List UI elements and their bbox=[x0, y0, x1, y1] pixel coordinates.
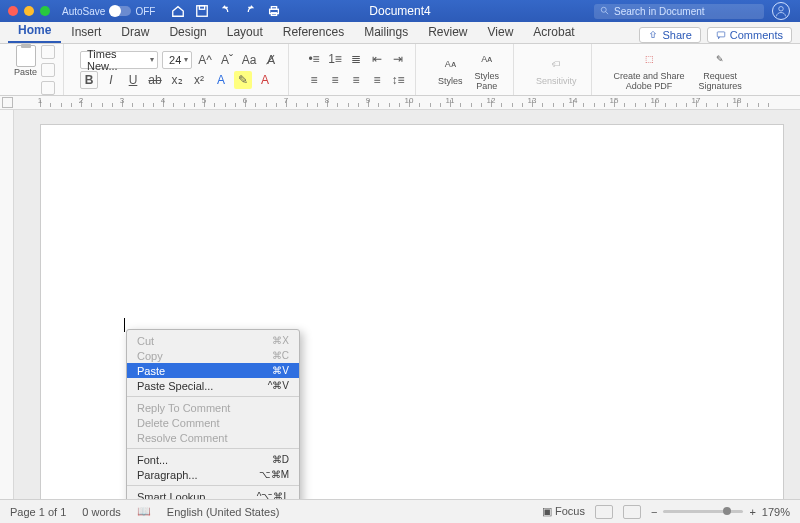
shortcut-label: ⌘V bbox=[272, 365, 289, 376]
paste-button[interactable]: Paste bbox=[14, 45, 37, 77]
toggle-icon[interactable] bbox=[109, 6, 131, 16]
ruler-label: 12 bbox=[487, 96, 496, 105]
autosave-toggle[interactable]: AutoSave OFF bbox=[62, 6, 155, 17]
line-spacing-icon[interactable]: ↕≡ bbox=[389, 71, 407, 89]
ruler-label: 15 bbox=[610, 96, 619, 105]
vertical-ruler[interactable] bbox=[0, 110, 14, 499]
font-family-select[interactable]: Times New... bbox=[80, 51, 158, 69]
ruler-label: 5 bbox=[202, 96, 206, 105]
italic-button[interactable]: I bbox=[102, 71, 120, 89]
styles-button[interactable]: AᴀStyles bbox=[432, 54, 469, 86]
tab-view[interactable]: View bbox=[478, 21, 524, 43]
align-center-icon[interactable]: ≡ bbox=[326, 71, 344, 89]
tab-insert[interactable]: Insert bbox=[61, 21, 111, 43]
superscript-button[interactable]: x² bbox=[190, 71, 208, 89]
context-menu-smart-lookup[interactable]: Smart Lookup...^⌥⌘L bbox=[127, 489, 299, 499]
status-spellcheck-icon[interactable]: 📖 bbox=[137, 505, 151, 518]
svg-rect-0 bbox=[197, 6, 208, 17]
undo-icon[interactable] bbox=[219, 4, 233, 18]
styles-pane-label: Styles Pane bbox=[475, 71, 500, 91]
increase-indent-icon[interactable]: ⇥ bbox=[389, 50, 407, 68]
font-color-red-button[interactable]: A bbox=[256, 71, 274, 89]
underline-button[interactable]: U bbox=[124, 71, 142, 89]
context-menu-reply-to-comment: Reply To Comment bbox=[127, 400, 299, 415]
zoom-in-icon[interactable]: + bbox=[749, 506, 755, 518]
font-color-button[interactable]: A bbox=[212, 71, 230, 89]
tab-draw[interactable]: Draw bbox=[111, 21, 159, 43]
tab-mailings[interactable]: Mailings bbox=[354, 21, 418, 43]
zoom-level[interactable]: 179% bbox=[762, 506, 790, 518]
context-menu-font[interactable]: Font...⌘D bbox=[127, 452, 299, 467]
search-input[interactable]: Search in Document bbox=[594, 4, 764, 19]
horizontal-ruler[interactable]: 123456789101112131415161718 bbox=[0, 96, 800, 110]
home-icon[interactable] bbox=[171, 4, 185, 18]
copy-button[interactable] bbox=[41, 63, 55, 77]
subscript-button[interactable]: x₂ bbox=[168, 71, 186, 89]
multilevel-list-icon[interactable]: ≣ bbox=[347, 50, 365, 68]
redo-icon[interactable] bbox=[243, 4, 257, 18]
create-share-pdf-button[interactable]: ⬚Create and Share Adobe PDF bbox=[608, 49, 691, 91]
request-signatures-button[interactable]: ✎Request Signatures bbox=[693, 49, 748, 91]
minimize-window-icon[interactable] bbox=[24, 6, 34, 16]
bold-button[interactable]: B bbox=[80, 71, 98, 89]
context-menu-paragraph[interactable]: Paragraph...⌥⌘M bbox=[127, 467, 299, 482]
focus-mode-button[interactable]: ▣ Focus bbox=[542, 505, 585, 518]
tab-home[interactable]: Home bbox=[8, 19, 61, 43]
font-size-select[interactable]: 24 bbox=[162, 51, 192, 69]
context-menu[interactable]: Cut⌘XCopy⌘CPaste⌘VPaste Special...^⌘VRep… bbox=[126, 329, 300, 499]
shrink-font-icon[interactable]: Aˇ bbox=[218, 51, 236, 69]
format-painter-button[interactable] bbox=[41, 81, 55, 95]
decrease-indent-icon[interactable]: ⇤ bbox=[368, 50, 386, 68]
status-language[interactable]: English (United States) bbox=[167, 506, 280, 518]
web-layout-view-icon[interactable] bbox=[623, 505, 641, 519]
numbering-icon[interactable]: 1≡ bbox=[326, 50, 344, 68]
print-icon[interactable] bbox=[267, 4, 281, 18]
tab-acrobat[interactable]: Acrobat bbox=[523, 21, 584, 43]
share-label: Share bbox=[662, 29, 691, 41]
align-left-icon[interactable]: ≡ bbox=[305, 71, 323, 89]
focus-label: Focus bbox=[555, 505, 585, 517]
tab-references[interactable]: References bbox=[273, 21, 354, 43]
user-account-icon[interactable] bbox=[772, 2, 790, 20]
save-icon[interactable] bbox=[195, 4, 209, 18]
status-page[interactable]: Page 1 of 1 bbox=[10, 506, 66, 518]
tab-design[interactable]: Design bbox=[159, 21, 216, 43]
print-layout-view-icon[interactable] bbox=[595, 505, 613, 519]
ruler-label: 2 bbox=[79, 96, 83, 105]
tab-selector-icon[interactable] bbox=[2, 97, 13, 108]
maximize-window-icon[interactable] bbox=[40, 6, 50, 16]
ribbon-tabs: Home Insert Draw Design Layout Reference… bbox=[0, 22, 800, 44]
context-menu-paste[interactable]: Paste⌘V bbox=[127, 363, 299, 378]
context-menu-resolve-comment: Resolve Comment bbox=[127, 430, 299, 445]
zoom-control[interactable]: − + 179% bbox=[651, 506, 790, 518]
strikethrough-button[interactable]: ab bbox=[146, 71, 164, 89]
bullets-icon[interactable]: •≡ bbox=[305, 50, 323, 68]
context-menu-delete-comment: Delete Comment bbox=[127, 415, 299, 430]
clipboard-group: Paste bbox=[6, 44, 64, 95]
justify-icon[interactable]: ≡ bbox=[368, 71, 386, 89]
window-traffic-lights[interactable] bbox=[0, 6, 50, 16]
autosave-label: AutoSave bbox=[62, 6, 105, 17]
clear-formatting-icon[interactable]: A̸ bbox=[262, 51, 280, 69]
styles-pane-button[interactable]: AᴀStyles Pane bbox=[469, 49, 506, 91]
context-menu-label: Smart Lookup... bbox=[137, 491, 215, 500]
status-words[interactable]: 0 words bbox=[82, 506, 121, 518]
grow-font-icon[interactable]: A^ bbox=[196, 51, 214, 69]
zoom-slider[interactable] bbox=[663, 510, 743, 513]
tab-review[interactable]: Review bbox=[418, 21, 477, 43]
comments-button[interactable]: Comments bbox=[707, 27, 792, 43]
context-menu-paste-special[interactable]: Paste Special...^⌘V bbox=[127, 378, 299, 393]
share-button[interactable]: Share bbox=[639, 27, 700, 43]
zoom-out-icon[interactable]: − bbox=[651, 506, 657, 518]
styles-label: Styles bbox=[438, 76, 463, 86]
cut-button[interactable] bbox=[41, 45, 55, 59]
change-case-icon[interactable]: Aa bbox=[240, 51, 258, 69]
close-window-icon[interactable] bbox=[8, 6, 18, 16]
highlight-button[interactable]: ✎ bbox=[234, 71, 252, 89]
align-right-icon[interactable]: ≡ bbox=[347, 71, 365, 89]
autosave-state: OFF bbox=[135, 6, 155, 17]
quick-access-toolbar bbox=[171, 4, 281, 18]
tab-layout[interactable]: Layout bbox=[217, 21, 273, 43]
shortcut-label: ⌘D bbox=[272, 454, 289, 465]
ruler-label: 8 bbox=[325, 96, 329, 105]
